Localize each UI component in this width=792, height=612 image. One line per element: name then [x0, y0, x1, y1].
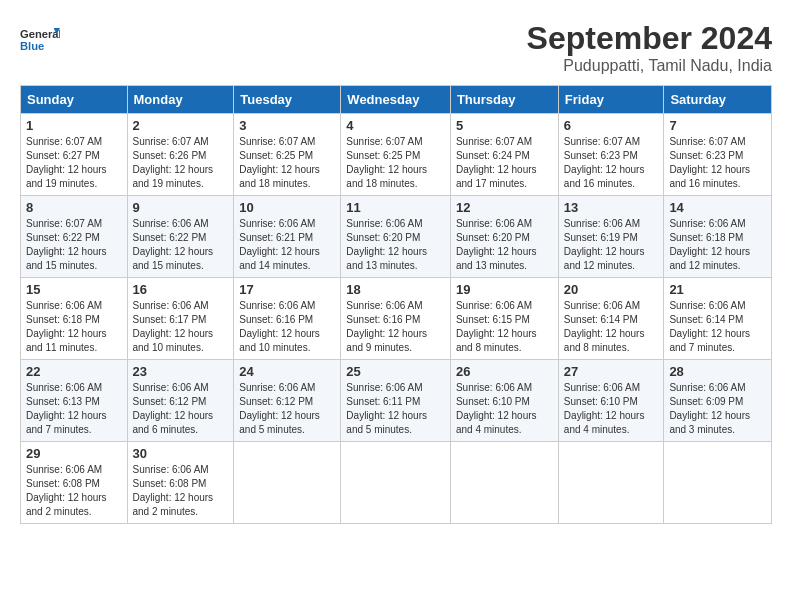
- day-info: Sunrise: 6:06 AMSunset: 6:16 PMDaylight:…: [239, 299, 335, 355]
- calendar-cell: 2Sunrise: 6:07 AMSunset: 6:26 PMDaylight…: [127, 114, 234, 196]
- day-info: Sunrise: 6:06 AMSunset: 6:11 PMDaylight:…: [346, 381, 445, 437]
- calendar-table: Sunday Monday Tuesday Wednesday Thursday…: [20, 85, 772, 524]
- calendar-cell: 11Sunrise: 6:06 AMSunset: 6:20 PMDayligh…: [341, 196, 451, 278]
- day-number: 12: [456, 200, 553, 215]
- calendar-cell: 1Sunrise: 6:07 AMSunset: 6:27 PMDaylight…: [21, 114, 128, 196]
- day-info: Sunrise: 6:06 AMSunset: 6:14 PMDaylight:…: [564, 299, 659, 355]
- day-number: 17: [239, 282, 335, 297]
- calendar-cell: [341, 442, 451, 524]
- page-header: General Blue September 2024 Puduppatti, …: [20, 20, 772, 75]
- calendar-cell: 16Sunrise: 6:06 AMSunset: 6:17 PMDayligh…: [127, 278, 234, 360]
- day-number: 9: [133, 200, 229, 215]
- day-info: Sunrise: 6:07 AMSunset: 6:24 PMDaylight:…: [456, 135, 553, 191]
- day-number: 22: [26, 364, 122, 379]
- day-number: 15: [26, 282, 122, 297]
- day-info: Sunrise: 6:07 AMSunset: 6:25 PMDaylight:…: [346, 135, 445, 191]
- day-info: Sunrise: 6:06 AMSunset: 6:09 PMDaylight:…: [669, 381, 766, 437]
- day-number: 13: [564, 200, 659, 215]
- day-info: Sunrise: 6:07 AMSunset: 6:22 PMDaylight:…: [26, 217, 122, 273]
- day-number: 5: [456, 118, 553, 133]
- svg-text:General: General: [20, 28, 60, 40]
- calendar-cell: 25Sunrise: 6:06 AMSunset: 6:11 PMDayligh…: [341, 360, 451, 442]
- calendar-cell: [234, 442, 341, 524]
- day-info: Sunrise: 6:06 AMSunset: 6:14 PMDaylight:…: [669, 299, 766, 355]
- day-info: Sunrise: 6:06 AMSunset: 6:12 PMDaylight:…: [239, 381, 335, 437]
- calendar-cell: 4Sunrise: 6:07 AMSunset: 6:25 PMDaylight…: [341, 114, 451, 196]
- logo: General Blue: [20, 20, 64, 60]
- day-info: Sunrise: 6:07 AMSunset: 6:25 PMDaylight:…: [239, 135, 335, 191]
- calendar-cell: 7Sunrise: 6:07 AMSunset: 6:23 PMDaylight…: [664, 114, 772, 196]
- calendar-week-row: 1Sunrise: 6:07 AMSunset: 6:27 PMDaylight…: [21, 114, 772, 196]
- calendar-cell: 6Sunrise: 6:07 AMSunset: 6:23 PMDaylight…: [558, 114, 664, 196]
- calendar-cell: [450, 442, 558, 524]
- calendar-header-row: Sunday Monday Tuesday Wednesday Thursday…: [21, 86, 772, 114]
- page-title: September 2024: [527, 20, 772, 57]
- calendar-cell: 18Sunrise: 6:06 AMSunset: 6:16 PMDayligh…: [341, 278, 451, 360]
- title-block: September 2024 Puduppatti, Tamil Nadu, I…: [527, 20, 772, 75]
- col-monday: Monday: [127, 86, 234, 114]
- calendar-cell: 24Sunrise: 6:06 AMSunset: 6:12 PMDayligh…: [234, 360, 341, 442]
- day-info: Sunrise: 6:07 AMSunset: 6:23 PMDaylight:…: [564, 135, 659, 191]
- day-info: Sunrise: 6:06 AMSunset: 6:20 PMDaylight:…: [456, 217, 553, 273]
- day-number: 10: [239, 200, 335, 215]
- svg-text:Blue: Blue: [20, 40, 44, 52]
- calendar-cell: 17Sunrise: 6:06 AMSunset: 6:16 PMDayligh…: [234, 278, 341, 360]
- day-info: Sunrise: 6:06 AMSunset: 6:16 PMDaylight:…: [346, 299, 445, 355]
- day-number: 19: [456, 282, 553, 297]
- calendar-cell: 21Sunrise: 6:06 AMSunset: 6:14 PMDayligh…: [664, 278, 772, 360]
- day-number: 7: [669, 118, 766, 133]
- calendar-cell: 20Sunrise: 6:06 AMSunset: 6:14 PMDayligh…: [558, 278, 664, 360]
- day-info: Sunrise: 6:06 AMSunset: 6:22 PMDaylight:…: [133, 217, 229, 273]
- calendar-cell: 26Sunrise: 6:06 AMSunset: 6:10 PMDayligh…: [450, 360, 558, 442]
- day-number: 18: [346, 282, 445, 297]
- calendar-cell: 29Sunrise: 6:06 AMSunset: 6:08 PMDayligh…: [21, 442, 128, 524]
- day-number: 26: [456, 364, 553, 379]
- day-info: Sunrise: 6:06 AMSunset: 6:18 PMDaylight:…: [669, 217, 766, 273]
- day-number: 23: [133, 364, 229, 379]
- day-number: 4: [346, 118, 445, 133]
- day-info: Sunrise: 6:06 AMSunset: 6:08 PMDaylight:…: [133, 463, 229, 519]
- day-number: 25: [346, 364, 445, 379]
- day-info: Sunrise: 6:06 AMSunset: 6:10 PMDaylight:…: [456, 381, 553, 437]
- logo-icon: General Blue: [20, 20, 60, 60]
- day-info: Sunrise: 6:06 AMSunset: 6:20 PMDaylight:…: [346, 217, 445, 273]
- day-number: 28: [669, 364, 766, 379]
- day-number: 14: [669, 200, 766, 215]
- calendar-cell: 14Sunrise: 6:06 AMSunset: 6:18 PMDayligh…: [664, 196, 772, 278]
- day-number: 6: [564, 118, 659, 133]
- day-number: 11: [346, 200, 445, 215]
- calendar-cell: 5Sunrise: 6:07 AMSunset: 6:24 PMDaylight…: [450, 114, 558, 196]
- col-tuesday: Tuesday: [234, 86, 341, 114]
- day-info: Sunrise: 6:06 AMSunset: 6:17 PMDaylight:…: [133, 299, 229, 355]
- day-info: Sunrise: 6:06 AMSunset: 6:18 PMDaylight:…: [26, 299, 122, 355]
- calendar-cell: 12Sunrise: 6:06 AMSunset: 6:20 PMDayligh…: [450, 196, 558, 278]
- calendar-cell: 15Sunrise: 6:06 AMSunset: 6:18 PMDayligh…: [21, 278, 128, 360]
- col-thursday: Thursday: [450, 86, 558, 114]
- calendar-week-row: 22Sunrise: 6:06 AMSunset: 6:13 PMDayligh…: [21, 360, 772, 442]
- calendar-cell: 19Sunrise: 6:06 AMSunset: 6:15 PMDayligh…: [450, 278, 558, 360]
- day-number: 16: [133, 282, 229, 297]
- day-info: Sunrise: 6:06 AMSunset: 6:19 PMDaylight:…: [564, 217, 659, 273]
- calendar-week-row: 8Sunrise: 6:07 AMSunset: 6:22 PMDaylight…: [21, 196, 772, 278]
- day-number: 8: [26, 200, 122, 215]
- calendar-cell: 30Sunrise: 6:06 AMSunset: 6:08 PMDayligh…: [127, 442, 234, 524]
- day-info: Sunrise: 6:07 AMSunset: 6:27 PMDaylight:…: [26, 135, 122, 191]
- calendar-cell: 3Sunrise: 6:07 AMSunset: 6:25 PMDaylight…: [234, 114, 341, 196]
- day-info: Sunrise: 6:06 AMSunset: 6:08 PMDaylight:…: [26, 463, 122, 519]
- day-number: 29: [26, 446, 122, 461]
- day-number: 24: [239, 364, 335, 379]
- calendar-cell: 10Sunrise: 6:06 AMSunset: 6:21 PMDayligh…: [234, 196, 341, 278]
- calendar-cell: 8Sunrise: 6:07 AMSunset: 6:22 PMDaylight…: [21, 196, 128, 278]
- calendar-cell: 22Sunrise: 6:06 AMSunset: 6:13 PMDayligh…: [21, 360, 128, 442]
- day-info: Sunrise: 6:06 AMSunset: 6:10 PMDaylight:…: [564, 381, 659, 437]
- calendar-cell: 13Sunrise: 6:06 AMSunset: 6:19 PMDayligh…: [558, 196, 664, 278]
- calendar-week-row: 15Sunrise: 6:06 AMSunset: 6:18 PMDayligh…: [21, 278, 772, 360]
- calendar-week-row: 29Sunrise: 6:06 AMSunset: 6:08 PMDayligh…: [21, 442, 772, 524]
- calendar-cell: 28Sunrise: 6:06 AMSunset: 6:09 PMDayligh…: [664, 360, 772, 442]
- day-number: 2: [133, 118, 229, 133]
- day-info: Sunrise: 6:07 AMSunset: 6:26 PMDaylight:…: [133, 135, 229, 191]
- page-subtitle: Puduppatti, Tamil Nadu, India: [527, 57, 772, 75]
- day-info: Sunrise: 6:06 AMSunset: 6:21 PMDaylight:…: [239, 217, 335, 273]
- day-number: 21: [669, 282, 766, 297]
- calendar-cell: [664, 442, 772, 524]
